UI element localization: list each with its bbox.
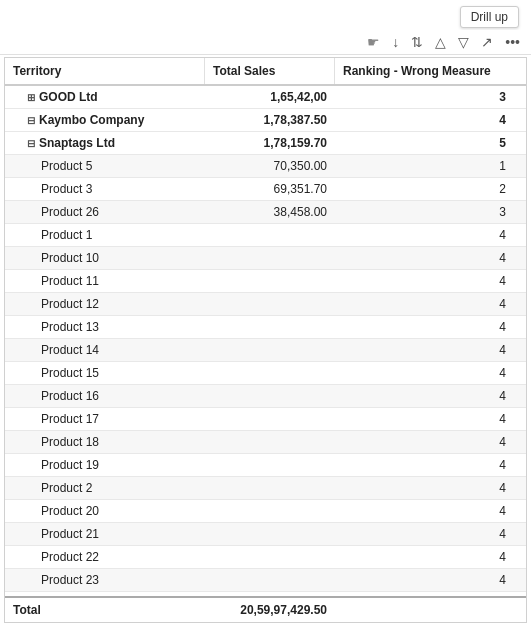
cell-total-sales (205, 224, 335, 246)
cell-total-sales (205, 431, 335, 453)
cell-total-sales (205, 454, 335, 476)
cell-total-sales (205, 500, 335, 522)
data-table: Territory Total Sales Ranking - Wrong Me… (4, 57, 527, 623)
cell-total-sales (205, 362, 335, 384)
cell-total-sales (205, 385, 335, 407)
cell-territory: Product 18 (5, 431, 205, 453)
cell-total-sales (205, 569, 335, 591)
cell-territory: Product 23 (5, 569, 205, 591)
table-row: Product 194 (5, 454, 526, 477)
cell-territory: Product 12 (5, 293, 205, 315)
cell-ranking: 4 (335, 477, 526, 499)
cell-ranking: 1 (335, 155, 526, 177)
cell-total-sales (205, 477, 335, 499)
cell-territory: Product 22 (5, 546, 205, 568)
table-row: ⊟Snaptags Ltd1,78,159.705 (5, 132, 526, 155)
cell-territory: Product 20 (5, 500, 205, 522)
table-row: Product 2638,458.003 (5, 201, 526, 224)
cell-ranking: 4 (335, 408, 526, 430)
table-footer: Total 20,59,97,429.50 (5, 596, 526, 622)
cell-territory: Product 10 (5, 247, 205, 269)
cell-territory: ⊟Kaymbo Company (5, 109, 205, 131)
cell-territory: ⊞GOOD Ltd (5, 86, 205, 108)
cell-ranking: 4 (335, 454, 526, 476)
table-row: Product 104 (5, 247, 526, 270)
cell-territory: Product 3 (5, 178, 205, 200)
cell-total-sales: 1,78,387.50 (205, 109, 335, 131)
export-icon[interactable]: ↗ (478, 32, 496, 52)
cell-ranking: 4 (335, 270, 526, 292)
cell-total-sales: 70,350.00 (205, 155, 335, 177)
table-header: Territory Total Sales Ranking - Wrong Me… (5, 58, 526, 86)
table-row: Product 144 (5, 339, 526, 362)
cell-territory: Product 17 (5, 408, 205, 430)
cell-territory: Product 1 (5, 224, 205, 246)
cell-total-sales (205, 293, 335, 315)
cell-territory: Product 13 (5, 316, 205, 338)
cursor-icon: ☛ (364, 32, 383, 52)
cell-ranking: 4 (335, 500, 526, 522)
table-row: Product 184 (5, 431, 526, 454)
expand-icon[interactable]: ⊞ (27, 92, 35, 103)
cell-territory: Product 15 (5, 362, 205, 384)
cell-total-sales: 69,351.70 (205, 178, 335, 200)
cell-total-sales (205, 247, 335, 269)
more-icon[interactable]: ••• (502, 32, 523, 52)
table-row: Product 134 (5, 316, 526, 339)
down-arrow-icon[interactable]: ↓ (389, 32, 402, 52)
cell-ranking: 4 (335, 109, 526, 131)
cell-total-sales (205, 408, 335, 430)
cell-territory: Product 5 (5, 155, 205, 177)
table-row: Product 14 (5, 224, 526, 247)
footer-territory: Total (5, 598, 205, 622)
table-row: ⊞GOOD Ltd1,65,42,003 (5, 86, 526, 109)
cell-ranking: 4 (335, 339, 526, 361)
cell-ranking: 4 (335, 431, 526, 453)
cell-ranking: 4 (335, 385, 526, 407)
cell-territory: Product 11 (5, 270, 205, 292)
table-body: ⊞GOOD Ltd1,65,42,003⊟Kaymbo Company1,78,… (5, 86, 526, 596)
cell-ranking: 4 (335, 293, 526, 315)
header-territory: Territory (5, 58, 205, 84)
cell-total-sales: 1,78,159.70 (205, 132, 335, 154)
cell-total-sales (205, 546, 335, 568)
collapse-icon[interactable]: ⊟ (27, 115, 35, 126)
table-row: Product 164 (5, 385, 526, 408)
header-ranking: Ranking - Wrong Measure (335, 58, 526, 84)
table-row: Product 369,351.702 (5, 178, 526, 201)
cell-ranking: 2 (335, 178, 526, 200)
cell-ranking: 4 (335, 247, 526, 269)
bookmark-icon[interactable]: △ (432, 32, 449, 52)
cell-total-sales: 1,65,42,00 (205, 86, 335, 108)
cell-ranking: 4 (335, 362, 526, 384)
cell-territory: Product 16 (5, 385, 205, 407)
cell-territory: Product 26 (5, 201, 205, 223)
cell-ranking: 4 (335, 224, 526, 246)
cell-total-sales (205, 339, 335, 361)
table-row: Product 570,350.001 (5, 155, 526, 178)
cell-ranking: 4 (335, 316, 526, 338)
footer-total-sales: 20,59,97,429.50 (205, 598, 335, 622)
drill-up-button[interactable]: Drill up (460, 6, 519, 28)
header-total-sales: Total Sales (205, 58, 335, 84)
table-row: Product 114 (5, 270, 526, 293)
cell-territory: Product 2 (5, 477, 205, 499)
toolbar: ☛ ↓ ⇅ △ ▽ ↗ ••• (0, 30, 531, 55)
expand-icon[interactable]: ⇅ (408, 32, 426, 52)
cell-ranking: 4 (335, 569, 526, 591)
cell-ranking: 4 (335, 523, 526, 545)
table-row: Product 214 (5, 523, 526, 546)
cell-ranking: 3 (335, 201, 526, 223)
cell-territory: Product 14 (5, 339, 205, 361)
cell-ranking: 4 (335, 546, 526, 568)
cell-total-sales (205, 523, 335, 545)
cell-total-sales: 38,458.00 (205, 201, 335, 223)
cell-ranking: 3 (335, 86, 526, 108)
table-row: Product 124 (5, 293, 526, 316)
table-row: Product 224 (5, 546, 526, 569)
filter-icon[interactable]: ▽ (455, 32, 472, 52)
cell-total-sales (205, 316, 335, 338)
collapse-icon[interactable]: ⊟ (27, 138, 35, 149)
main-container: Drill up ☛ ↓ ⇅ △ ▽ ↗ ••• Territory Total… (0, 0, 531, 627)
cell-territory: Product 21 (5, 523, 205, 545)
